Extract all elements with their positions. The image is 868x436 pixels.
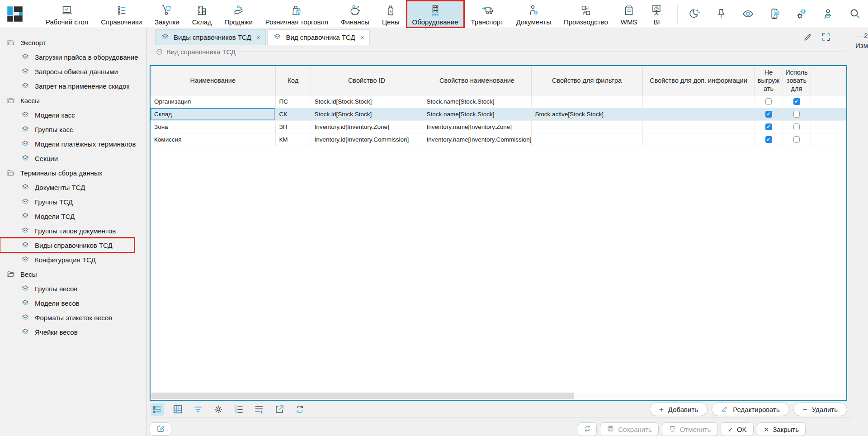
tab-vidy-spravochnikov-tsd[interactable]: Виды справочников ТСД × bbox=[155, 29, 266, 45]
compose-button[interactable] bbox=[150, 422, 171, 436]
toolbar-item-documents[interactable]: Документы bbox=[510, 0, 557, 28]
sidebar-item[interactable]: Модели платёжных терминалов bbox=[0, 137, 146, 151]
use-for-checkbox[interactable] bbox=[793, 111, 800, 118]
cell bbox=[811, 108, 846, 120]
sidebar-item[interactable]: Модели весов bbox=[0, 296, 146, 310]
reload-icon[interactable] bbox=[293, 403, 307, 416]
production-icon bbox=[579, 3, 593, 18]
tab-vid-spravochnika-tsd[interactable]: Вид справочника ТСД × bbox=[267, 29, 370, 45]
edit-button[interactable]: Редактировать bbox=[712, 403, 789, 416]
save-button[interactable]: Сохранить bbox=[600, 422, 659, 436]
sidebar-item[interactable]: Документы ТСД bbox=[0, 180, 146, 194]
column-header[interactable]: Свойство для доп. информации bbox=[642, 66, 755, 95]
sidebar-item[interactable]: Запросы обмена данными bbox=[0, 64, 146, 79]
use-for-checkbox[interactable]: ✓ bbox=[793, 98, 800, 105]
column-header[interactable]: Наименование bbox=[151, 66, 275, 95]
sidebar-item[interactable]: Группы весов bbox=[0, 281, 146, 296]
toolbar-item-production[interactable]: Производство bbox=[557, 0, 614, 28]
view-list-icon[interactable] bbox=[151, 403, 164, 416]
sidebar-item[interactable]: Модели ТСД bbox=[0, 209, 146, 223]
add-button[interactable]: +Добавить bbox=[650, 403, 708, 416]
feedback-icon[interactable] bbox=[769, 8, 781, 20]
user-lock-icon[interactable] bbox=[822, 8, 834, 20]
layers-icon bbox=[21, 183, 30, 192]
settings-icon[interactable] bbox=[795, 8, 807, 20]
toolbar-item-warehouse[interactable]: Склад bbox=[186, 0, 218, 28]
column-header[interactable]: Использовать для bbox=[783, 66, 811, 95]
use-for-checkbox[interactable] bbox=[793, 123, 800, 130]
column-header[interactable]: Не выгружать bbox=[755, 66, 783, 95]
close-icon[interactable]: × bbox=[360, 33, 364, 41]
column-header[interactable]: Свойство наименование bbox=[423, 66, 531, 95]
trash-icon bbox=[669, 425, 676, 434]
sidebar-item[interactable]: Группы типов документов bbox=[0, 223, 146, 238]
table-row[interactable]: ОрганизацияПСStock.id[Stock.Stock]Stock.… bbox=[151, 95, 846, 108]
sidebar-folder[interactable]: Терминалы сбора данных bbox=[0, 166, 146, 180]
toolbar-item-label: Транспорт bbox=[471, 18, 504, 26]
table-row[interactable]: ЗонаЗНInventory.id[Inventory.Zone]Invent… bbox=[151, 120, 846, 133]
column-header[interactable]: Свойство ID bbox=[311, 66, 423, 95]
sidebar-item[interactable]: Виды справочников ТСД bbox=[0, 238, 134, 252]
table-row[interactable]: СкладСКStock.id[Stock.Stock]Stock.name[S… bbox=[151, 108, 846, 120]
sidebar-folder[interactable]: Кассы bbox=[0, 93, 146, 108]
toolbar-item-retail[interactable]: Розничная торговля bbox=[259, 0, 335, 28]
night-mode-icon[interactable] bbox=[689, 8, 701, 20]
collapse-icon[interactable] bbox=[156, 48, 163, 55]
sidebar-item-label: Конфигурация ТСД bbox=[35, 256, 96, 264]
not-upload-checkbox[interactable]: ✓ bbox=[765, 111, 772, 118]
filter-icon[interactable] bbox=[191, 403, 205, 416]
sidebar-item[interactable]: Группы ТСД bbox=[0, 194, 146, 209]
close-icon[interactable]: × bbox=[256, 33, 260, 41]
table-header-row: НаименованиеКодСвойство IDСвойство наиме… bbox=[151, 66, 846, 95]
edit-pencil-icon[interactable] bbox=[803, 32, 813, 42]
toolbar-item-prices[interactable]: $Цены bbox=[376, 0, 406, 28]
add-rows-icon[interactable] bbox=[252, 403, 266, 416]
toolbar-item-wms[interactable]: WMS bbox=[614, 0, 644, 28]
expand-icon[interactable] bbox=[821, 32, 831, 42]
sidebar-item[interactable]: Форматы этикеток весов bbox=[0, 310, 146, 325]
sidebar-item[interactable]: Ячейки весов bbox=[0, 325, 146, 339]
delete-button[interactable]: −Удалить bbox=[793, 403, 847, 416]
table-row[interactable]: КомиссияКМInventory.id[Inventory.Commiss… bbox=[151, 133, 846, 146]
toolbar-item-catalogs[interactable]: Справочники bbox=[94, 0, 148, 28]
sidebar-item[interactable]: Секции bbox=[0, 151, 146, 166]
sidebar-item[interactable]: Модели касс bbox=[0, 108, 146, 122]
layers-icon bbox=[21, 197, 30, 206]
toolbar-item-desktop[interactable]: Рабочий стол bbox=[39, 0, 94, 28]
toolbar-item-label: BI bbox=[653, 18, 660, 26]
column-header[interactable]: Код bbox=[275, 66, 311, 95]
layers-icon bbox=[21, 139, 30, 148]
not-upload-checkbox[interactable]: ✓ bbox=[765, 136, 772, 143]
warehouse-icon bbox=[195, 3, 208, 18]
ok-button[interactable]: ✓OK bbox=[721, 422, 753, 436]
toolbar-item-sales[interactable]: Продажи bbox=[218, 0, 259, 28]
not-upload-checkbox[interactable] bbox=[765, 98, 772, 105]
cancel-button[interactable]: Отменить bbox=[662, 422, 718, 436]
column-header[interactable]: Свойство для фильтра bbox=[531, 66, 642, 95]
eye-icon[interactable] bbox=[742, 8, 754, 20]
not-upload-checkbox[interactable]: ✓ bbox=[765, 123, 772, 130]
toolbar-item-bi[interactable]: BI bbox=[643, 0, 670, 28]
sidebar-item[interactable]: Запрет на применение скидок bbox=[0, 79, 146, 93]
top-toolbar: Рабочий столСправочникиЗакупкиСкладПрода… bbox=[0, 0, 868, 28]
view-grid-icon[interactable] bbox=[171, 403, 184, 416]
toolbar-item-finance[interactable]: Финансы bbox=[335, 0, 376, 28]
sidebar-item[interactable]: Конфигурация ТСД bbox=[0, 252, 146, 267]
horizontal-scrollbar[interactable] bbox=[151, 393, 574, 399]
open-in-window-icon[interactable] bbox=[273, 403, 286, 416]
refresh-button[interactable] bbox=[578, 422, 597, 436]
pin-icon[interactable] bbox=[715, 8, 727, 20]
use-for-checkbox[interactable] bbox=[793, 136, 800, 143]
toolbar-item-transport[interactable]: Транспорт bbox=[465, 0, 510, 28]
numbered-list-icon[interactable]: 123 bbox=[232, 403, 245, 416]
sidebar-folder[interactable]: Весы bbox=[0, 267, 146, 281]
search-icon[interactable] bbox=[849, 8, 861, 20]
sidebar-item[interactable]: Группы касс bbox=[0, 122, 146, 137]
column-header[interactable] bbox=[811, 66, 846, 95]
close-button[interactable]: ✕Закрыть bbox=[757, 422, 806, 436]
sidebar-item[interactable]: Загрузки прайса в оборудование bbox=[0, 50, 146, 64]
table-settings-icon[interactable] bbox=[212, 403, 225, 416]
toolbar-item-purchases[interactable]: Закупки bbox=[148, 0, 186, 28]
toolbar-item-equipment[interactable]: Оборудование bbox=[406, 0, 465, 28]
sidebar-folder[interactable]: Экспорт bbox=[0, 35, 146, 50]
